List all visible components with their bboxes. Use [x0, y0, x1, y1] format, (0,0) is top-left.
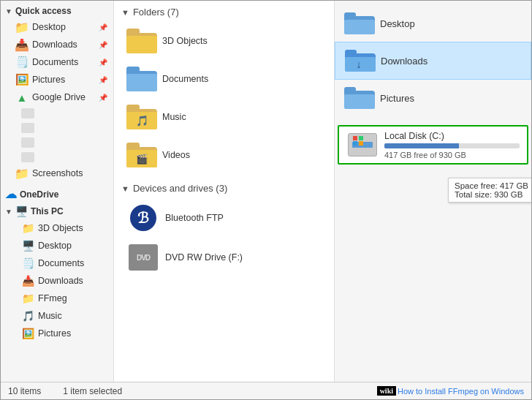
- sidebar-label-documents: Documents: [32, 57, 78, 67]
- rp-downloads[interactable]: ↓ Downloads: [335, 42, 531, 80]
- music-icon: 🎵: [21, 309, 34, 322]
- ffmpeg-icon: 📁: [21, 292, 34, 305]
- folders-arrow: ▼: [121, 8, 129, 17]
- sidebar-label-3d: 3D Objects: [38, 223, 83, 233]
- bluetooth-info: Bluetooth FTP: [165, 213, 276, 223]
- status-bar: 10 items 1 item selected wiki How to Ins…: [1, 382, 531, 399]
- wiki-text: How to Install FFmpeg on Windows: [398, 387, 524, 396]
- rp-downloads-icon: ↓: [343, 46, 375, 75]
- sidebar-item-3d[interactable]: 📁 3D Objects: [1, 219, 113, 237]
- bluetooth-icon: ℬ: [127, 203, 159, 233]
- downloads-icon: 📥: [15, 38, 28, 51]
- sidebar: ▼ Quick access 📁 Desktop 📌 📥 Downloads 📌…: [1, 1, 114, 382]
- sidebar-item-desktop[interactable]: 📁 Desktop 📌: [1, 18, 113, 36]
- dvd-icon-wrap: DVD: [127, 243, 159, 272]
- sidebar-item-blank2: [1, 121, 113, 135]
- device-local-disk[interactable]: Local Disk (C:) 417 GB free of 930 GB: [338, 125, 528, 165]
- folder-videos-label: Videos: [162, 150, 190, 160]
- sidebar-label-ffmpeg: FFmeg: [38, 293, 67, 303]
- desktop2-icon: 🖥️: [21, 239, 34, 252]
- folders-section-header[interactable]: ▼ Folders (7): [121, 7, 327, 18]
- disk-name-label: Local Disk (C:): [384, 131, 520, 141]
- folder-music[interactable]: 🎵 Music: [121, 99, 229, 135]
- rp-spacer: [335, 116, 531, 124]
- rp-pictures-icon: [342, 83, 374, 113]
- pin-icon-docs: 📌: [99, 59, 107, 67]
- sidebar-label-pictures: Pictures: [32, 75, 65, 85]
- thispc-header[interactable]: ▼ 🖥️ This PC: [1, 203, 113, 219]
- rp-desktop[interactable]: Desktop: [335, 5, 531, 42]
- sidebar-label-downloads2: Downloads: [38, 276, 83, 286]
- rp-pictures[interactable]: Pictures: [335, 80, 531, 116]
- folder-docs-icon: [126, 64, 158, 94]
- devices-label: Devices and drives (3): [133, 183, 227, 194]
- folder-docs-label: Documents: [162, 74, 208, 84]
- folder-3d-objects[interactable]: 3D Objects: [121, 23, 229, 59]
- rp-downloads-label: Downloads: [381, 56, 428, 67]
- docs2-icon: 🗒️: [21, 257, 34, 270]
- sidebar-item-docs2[interactable]: 🗒️ Documents: [1, 254, 113, 272]
- rp-desktop-label: Desktop: [380, 18, 415, 29]
- devices-arrow: ▼: [121, 184, 129, 193]
- selected-count: 1 item selected: [63, 386, 122, 396]
- wiki-badge: wiki How to Install FFmpeg on Windows: [377, 386, 524, 396]
- disk-tooltip: Space free: 417 GB Total size: 930 GB: [448, 178, 531, 203]
- sidebar-item-blank1: [1, 106, 113, 121]
- sidebar-label-screenshots: Screenshots: [32, 168, 83, 178]
- bluetooth-label: Bluetooth FTP: [165, 213, 276, 223]
- pin-icon-gd: 📌: [99, 94, 107, 102]
- sidebar-label-desktop: Desktop: [32, 22, 66, 32]
- sidebar-item-downloads2[interactable]: 📥 Downloads: [1, 272, 113, 290]
- folders-label: Folders (7): [133, 7, 179, 18]
- onedrive-arrow: ☁: [5, 187, 17, 201]
- sidebar-item-desktop2[interactable]: 🖥️ Desktop: [1, 237, 113, 254]
- sidebar-item-downloads[interactable]: 📥 Downloads 📌: [1, 36, 113, 53]
- folder-3d-label: 3D Objects: [162, 36, 208, 46]
- device-dvd[interactable]: DVD DVD RW Drive (F:): [121, 239, 282, 276]
- onedrive-header[interactable]: ☁ OneDrive: [1, 185, 113, 203]
- wiki-suffix: to Install FFmpeg on Windows: [416, 387, 524, 396]
- sidebar-item-gdrive[interactable]: ▲ Google Drive 📌: [1, 88, 113, 106]
- thispc-arrow: ▼: [5, 208, 12, 216]
- folder-videos[interactable]: 🎬 Videos: [121, 137, 229, 173]
- devices-section-header[interactable]: ▼ Devices and drives (3): [121, 183, 327, 194]
- pin-icon-pics: 📌: [99, 76, 107, 84]
- folder-videos-icon: 🎬: [126, 140, 158, 170]
- explorer-window: ▼ Quick access 📁 Desktop 📌 📥 Downloads 📌…: [0, 0, 532, 400]
- sidebar-label-downloads: Downloads: [32, 39, 77, 50]
- thispc-label: This PC: [31, 206, 64, 216]
- sidebar-label-music: Music: [38, 311, 62, 321]
- main-pane: ▼ Folders (7) 3D Objects: [114, 1, 334, 382]
- sidebar-item-blank4: [1, 150, 113, 165]
- sidebar-label-gdrive: Google Drive: [32, 92, 86, 102]
- right-panel: Desktop ↓ Downloads: [334, 1, 531, 382]
- sidebar-label-desktop2: Desktop: [38, 241, 72, 251]
- sidebar-item-pictures2[interactable]: 🖼️ Pictures: [1, 325, 113, 342]
- sidebar-label-docs2: Documents: [38, 258, 84, 268]
- sidebar-item-documents[interactable]: 🗒️ Documents 📌: [1, 53, 113, 71]
- disk-info: Local Disk (C:) 417 GB free of 930 GB: [384, 131, 520, 159]
- sidebar-item-ffmpeg[interactable]: 📁 FFmeg: [1, 290, 113, 307]
- folder-documents[interactable]: Documents: [121, 61, 229, 97]
- main-layout: ▼ Quick access 📁 Desktop 📌 📥 Downloads 📌…: [1, 1, 531, 382]
- local-disk-container: Local Disk (C:) 417 GB free of 930 GB Sp…: [335, 124, 531, 166]
- sidebar-item-blank3: [1, 135, 113, 150]
- rp-desktop-icon: [342, 9, 374, 38]
- onedrive-label: OneDrive: [20, 189, 58, 200]
- devices-grid: ℬ Bluetooth FTP DVD DVD RW Drive (F:): [121, 200, 327, 276]
- wiki-logo: wiki: [377, 386, 396, 396]
- sidebar-item-music[interactable]: 🎵 Music: [1, 307, 113, 325]
- dvd-info: DVD RW Drive (F:): [165, 252, 276, 263]
- device-bluetooth[interactable]: ℬ Bluetooth FTP: [121, 200, 282, 236]
- sidebar-item-pictures[interactable]: 🖼️ Pictures 📌: [1, 71, 113, 88]
- disk-space-text: 417 GB free of 930 GB: [384, 151, 520, 159]
- docs-icon: 🗒️: [15, 56, 28, 69]
- folder-icon: 📁: [15, 20, 28, 34]
- pin-icon-dl: 📌: [99, 41, 107, 49]
- dvd-icon: DVD: [129, 244, 158, 271]
- sidebar-label-pictures2: Pictures: [38, 328, 71, 339]
- pin-icon: 📌: [99, 23, 107, 31]
- rp-pictures-label: Pictures: [380, 93, 414, 104]
- sidebar-item-screenshots[interactable]: 📁 Screenshots: [1, 165, 113, 182]
- quick-access-header[interactable]: ▼ Quick access: [1, 4, 113, 18]
